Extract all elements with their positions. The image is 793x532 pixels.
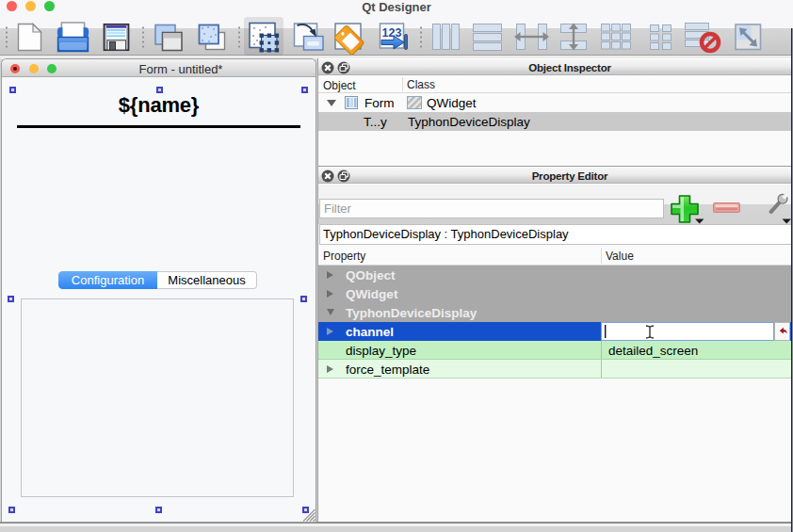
- svg-text:123: 123: [382, 26, 402, 40]
